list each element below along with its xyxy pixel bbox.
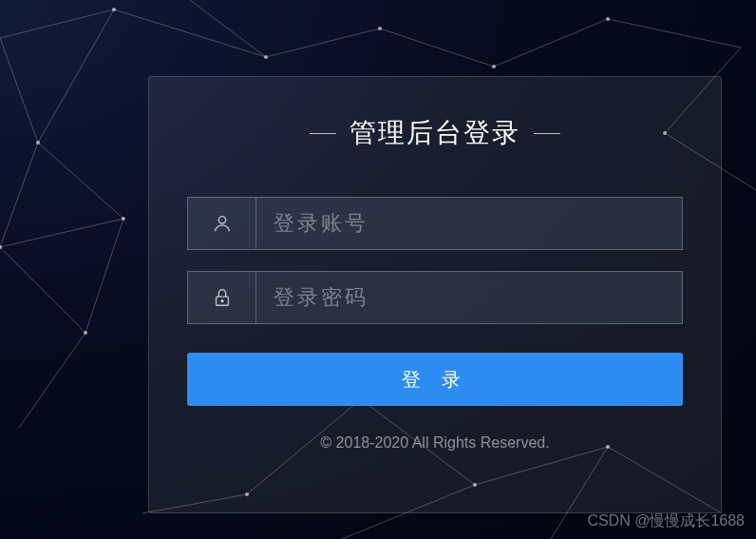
svg-line-11 [266, 29, 380, 57]
svg-point-24 [36, 141, 40, 144]
username-input[interactable] [256, 198, 682, 249]
svg-line-13 [494, 19, 608, 67]
svg-line-6 [85, 219, 123, 333]
svg-line-5 [0, 219, 123, 247]
svg-point-25 [112, 8, 116, 11]
lock-icon [188, 272, 256, 323]
page-title: 管理后台登录 [350, 115, 520, 151]
svg-line-2 [38, 10, 114, 143]
login-panel: 管理后台登录 登 录 © 2018-2020 All Rights Reserv… [148, 76, 722, 513]
svg-line-1 [0, 38, 38, 143]
svg-point-38 [218, 217, 225, 223]
user-icon [188, 198, 256, 249]
svg-line-12 [380, 29, 494, 67]
svg-point-27 [122, 217, 125, 221]
svg-point-40 [221, 300, 223, 302]
login-button[interactable]: 登 录 [187, 353, 683, 406]
svg-point-29 [264, 55, 268, 59]
svg-point-28 [84, 331, 87, 335]
svg-point-31 [492, 65, 496, 68]
svg-point-26 [0, 245, 2, 249]
watermark: CSDN @慢慢成长1688 [587, 511, 745, 531]
username-group [187, 197, 683, 250]
svg-line-0 [0, 10, 114, 38]
svg-point-32 [606, 17, 610, 21]
svg-point-30 [378, 27, 382, 30]
title-line-left [310, 133, 336, 134]
svg-line-4 [38, 143, 123, 219]
svg-line-9 [114, 10, 266, 57]
title-line-right [534, 133, 560, 134]
password-group [187, 271, 683, 324]
svg-line-7 [0, 247, 85, 333]
svg-line-10 [190, 0, 266, 57]
title-row: 管理后台登录 [187, 115, 683, 151]
password-input[interactable] [256, 272, 682, 323]
svg-line-3 [0, 143, 38, 247]
svg-line-8 [19, 333, 85, 428]
copyright-text: © 2018-2020 All Rights Reserved. [187, 434, 683, 452]
svg-line-14 [608, 19, 741, 48]
